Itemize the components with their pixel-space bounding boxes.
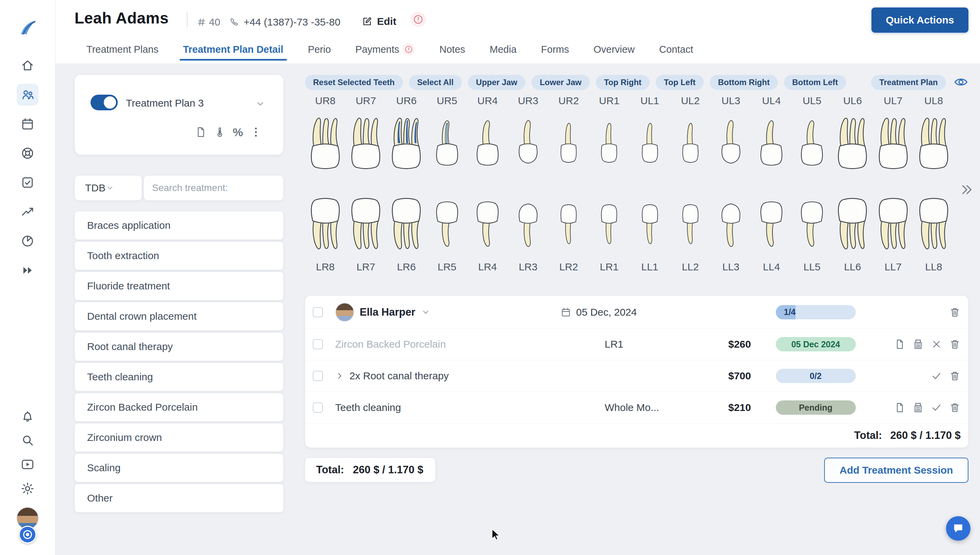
treatment-list-item[interactable]: Scaling	[75, 454, 283, 482]
tooth-UR1[interactable]	[595, 112, 623, 175]
chip-select-all[interactable]: Select All	[409, 75, 462, 90]
patient-alert-icon[interactable]	[410, 11, 426, 27]
tooth-LR6[interactable]	[388, 192, 424, 255]
document-icon[interactable]	[195, 126, 207, 138]
tooth-LL6[interactable]	[835, 192, 870, 255]
treatment-list-item[interactable]: Teeth cleaning	[75, 363, 283, 391]
check-icon[interactable]	[930, 402, 942, 413]
tooth-UL3[interactable]	[716, 112, 745, 175]
edit-button[interactable]: Edit	[361, 16, 396, 27]
trash-icon[interactable]	[949, 338, 961, 350]
view-toggle-button[interactable]	[953, 75, 969, 91]
tab-contact[interactable]: Contact	[659, 38, 693, 61]
chip-top-left[interactable]: Top Left	[656, 75, 704, 90]
tooth-LR1[interactable]	[595, 192, 623, 255]
tooth-UL2[interactable]	[677, 112, 704, 175]
tab-treatment-plan-detail[interactable]: Treatment Plan Detail	[183, 38, 283, 61]
sidebar-item-pie[interactable]	[17, 230, 38, 252]
treatment-list-item[interactable]: Braces application	[75, 211, 283, 240]
x-icon[interactable]	[930, 338, 942, 350]
file-icon[interactable]	[894, 338, 905, 350]
chevron-down-icon[interactable]	[421, 308, 430, 317]
treatment-search-input[interactable]	[144, 176, 283, 200]
thermometer-icon[interactable]	[214, 126, 226, 138]
tooth-LL3[interactable]	[716, 192, 745, 255]
sidebar-item-gear[interactable]	[17, 478, 38, 499]
sidebar-item-video[interactable]	[17, 454, 38, 475]
tooth-LL4[interactable]	[756, 192, 787, 255]
item-checkbox[interactable]	[313, 403, 323, 413]
item-checkbox[interactable]	[313, 339, 323, 349]
tab-overview[interactable]: Overview	[593, 38, 635, 61]
terminal-icon[interactable]	[912, 402, 924, 413]
treatment-list-item[interactable]: Zircon Backed Porcelain	[75, 393, 283, 422]
chip-lower-jaw[interactable]: Lower Jaw	[531, 75, 590, 90]
tooth-LL5[interactable]	[796, 192, 828, 255]
session-checkbox[interactable]	[313, 307, 323, 318]
tab-media[interactable]: Media	[490, 38, 516, 61]
tooth-UL5[interactable]	[796, 112, 828, 175]
tooth-LR7[interactable]	[348, 192, 384, 255]
percent-icon[interactable]: %	[233, 126, 243, 138]
treatment-list-item[interactable]: Fluoride treatment	[75, 272, 283, 300]
treatment-plan-chip[interactable]: Treatment Plan	[871, 75, 946, 90]
tooth-LR2[interactable]	[555, 192, 582, 255]
sidebar-item-support[interactable]	[17, 142, 38, 164]
treatment-list-item[interactable]: Zirconium crown	[75, 423, 283, 452]
chat-button[interactable]	[946, 516, 970, 541]
sidebar-item-tasks[interactable]	[17, 172, 38, 193]
tab-forms[interactable]: Forms	[541, 38, 569, 61]
plan-chevron-down-icon[interactable]	[255, 99, 265, 109]
tooth-LR8[interactable]	[307, 192, 343, 255]
chip-bottom-right[interactable]: Bottom Right	[710, 75, 778, 90]
sidebar-item-skip[interactable]	[17, 260, 38, 281]
sidebar-item-calendar[interactable]	[17, 113, 38, 135]
tooth-LR4[interactable]	[472, 192, 503, 255]
treatment-category-select[interactable]: TDB	[75, 175, 142, 201]
tooth-UR2[interactable]	[555, 112, 582, 175]
tooth-UL8[interactable]	[916, 112, 952, 175]
tooth-UR6[interactable]	[388, 112, 424, 175]
item-checkbox[interactable]	[313, 371, 323, 381]
tooth-UL4[interactable]	[756, 112, 787, 175]
tooth-LR5[interactable]	[432, 192, 463, 255]
tooth-LL1[interactable]	[636, 192, 663, 255]
trash-icon[interactable]	[949, 402, 961, 413]
chip-upper-jaw[interactable]: Upper Jaw	[468, 75, 525, 90]
tooth-UL1[interactable]	[636, 112, 663, 175]
tooth-UL6[interactable]	[835, 112, 870, 175]
plan-toggle[interactable]	[91, 95, 118, 110]
chip-reset-selected-teeth[interactable]: Reset Selected Teeth	[305, 75, 403, 90]
sidebar-item-home[interactable]	[17, 55, 38, 76]
tooth-UL7[interactable]	[875, 112, 911, 175]
tooth-UR8[interactable]	[307, 112, 343, 175]
kebab-menu-icon[interactable]	[250, 126, 262, 138]
tab-payments[interactable]: Payments	[355, 38, 415, 61]
chip-top-right[interactable]: Top Right	[596, 75, 650, 90]
terminal-icon[interactable]	[912, 338, 924, 350]
add-treatment-session-button[interactable]: Add Treatment Session	[824, 458, 969, 483]
tooth-UR5[interactable]	[432, 112, 463, 175]
treatment-list-item[interactable]: Tooth extraction	[75, 241, 283, 270]
treatment-list-item[interactable]: Other	[75, 484, 283, 512]
trash-icon[interactable]	[949, 306, 961, 318]
expand-row-icon[interactable]	[335, 372, 344, 380]
expand-chart-button[interactable]	[959, 182, 975, 199]
tooth-LL8[interactable]	[916, 192, 952, 255]
treatment-list-item[interactable]: Root canal therapy	[75, 332, 283, 361]
sidebar-item-search[interactable]	[17, 429, 38, 451]
tooth-LR3[interactable]	[513, 192, 543, 255]
tab-perio[interactable]: Perio	[308, 38, 331, 61]
sidebar-item-patients[interactable]	[17, 84, 38, 106]
trash-icon[interactable]	[949, 370, 961, 382]
check-icon[interactable]	[930, 370, 942, 382]
app-logo-icon[interactable]	[17, 17, 39, 39]
tab-notes[interactable]: Notes	[439, 38, 465, 61]
tooth-LL7[interactable]	[875, 192, 911, 255]
sidebar-item-bell[interactable]	[17, 405, 38, 427]
quick-actions-button[interactable]: Quick Actions	[871, 8, 969, 33]
tab-treatment-plans[interactable]: Treatment Plans	[86, 38, 158, 61]
sidebar-item-trend[interactable]	[17, 201, 38, 223]
tooth-UR7[interactable]	[348, 112, 384, 175]
file-icon[interactable]	[894, 402, 905, 413]
